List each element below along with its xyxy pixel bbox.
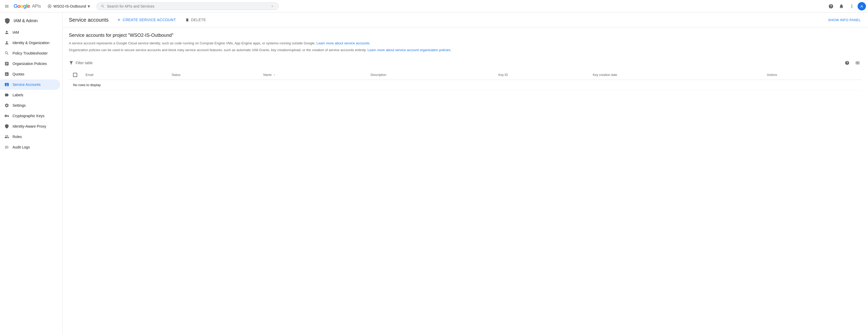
main-layout: IAM & Admin IAM Identity & Organization … — [0, 12, 868, 334]
help-table-button[interactable] — [843, 59, 851, 67]
service-accounts-table: Email Status Name ↑ Description Key ID K… — [69, 70, 862, 90]
learn-more-service-accounts-link[interactable]: Learn more about service accounts. — [316, 41, 370, 45]
sidebar-item-label-audit-logs: Audit Logs — [12, 145, 30, 149]
sidebar-item-label-org-policies: Organization Policies — [12, 62, 47, 66]
page-header: Service accounts CREATE SERVICE ACCOUNT … — [63, 12, 868, 27]
sidebar-item-settings[interactable]: Settings — [0, 100, 60, 111]
table-toolbar: Filter table — [69, 57, 862, 69]
create-button-label: CREATE SERVICE ACCOUNT — [123, 18, 176, 22]
select-all-header — [69, 70, 82, 80]
search-input[interactable] — [107, 4, 268, 8]
delete-button-label: DELETE — [191, 18, 206, 22]
chevron-down-icon: ▾ — [88, 3, 90, 9]
project-name: WSO2-IS-Outbound — [54, 4, 86, 8]
apis-label: APIs — [32, 4, 41, 9]
notifications-button[interactable] — [837, 2, 846, 11]
description-1: A service account represents a Google Cl… — [69, 41, 862, 46]
column-display-button[interactable] — [854, 59, 862, 67]
filter-label: Filter table — [75, 61, 841, 65]
sidebar-item-labels[interactable]: Labels — [0, 90, 60, 100]
sidebar: IAM & Admin IAM Identity & Organization … — [0, 12, 63, 334]
google-apis-logo: Google APIs — [13, 3, 41, 9]
search-icon — [101, 4, 105, 8]
delete-button[interactable]: DELETE — [182, 16, 209, 24]
page-body: Service accounts for project "WSO2-IS-Ou… — [63, 27, 868, 95]
sidebar-item-label-identity-org: Identity & Organization — [12, 41, 50, 45]
add-icon — [117, 18, 121, 22]
learn-more-org-policies-link[interactable]: Learn more about service account organiz… — [368, 48, 452, 52]
project-selector[interactable]: WSO2-IS-Outbound ▾ — [45, 2, 92, 10]
cryptographic-keys-icon — [4, 113, 9, 118]
no-rows-message: No rows to display — [69, 80, 862, 90]
more-options-button[interactable] — [847, 2, 857, 11]
shield-icon — [4, 18, 10, 24]
sidebar-item-policy-troubleshooter[interactable]: Policy Troubleshooter — [0, 48, 60, 58]
settings-icon — [4, 103, 9, 108]
header-actions: CREATE SERVICE ACCOUNT DELETE — [113, 16, 209, 24]
roles-icon — [4, 134, 9, 139]
quotas-icon — [4, 71, 9, 77]
description-2: Organization policies can be used to sec… — [69, 48, 862, 53]
top-navigation: Google APIs WSO2-IS-Outbound ▾ A — [0, 0, 868, 12]
sidebar-item-label-labels: Labels — [12, 93, 23, 97]
sidebar-item-identity-org[interactable]: Identity & Organization — [0, 37, 60, 48]
policy-troubleshooter-icon — [4, 51, 9, 56]
sidebar-item-label-identity-aware-proxy: Identity-Aware Proxy — [12, 124, 46, 128]
sidebar-item-audit-logs[interactable]: Audit Logs — [0, 142, 60, 152]
sidebar-item-quotas[interactable]: Quotas — [0, 69, 60, 79]
table-header: Email Status Name ↑ Description Key ID K… — [69, 70, 862, 80]
table-empty-row: No rows to display — [69, 80, 862, 90]
sidebar-item-label-iam: IAM — [12, 30, 19, 34]
section-title: Service accounts for project "WSO2-IS-Ou… — [69, 33, 862, 38]
sidebar-header: IAM & Admin — [0, 14, 62, 27]
create-service-account-button[interactable]: CREATE SERVICE ACCOUNT — [113, 16, 180, 24]
identity-org-icon — [4, 40, 9, 45]
sidebar-title: IAM & Admin — [13, 19, 37, 23]
content-area: Service accounts CREATE SERVICE ACCOUNT … — [63, 12, 868, 334]
search-dropdown-icon[interactable] — [270, 4, 274, 8]
email-column-header[interactable]: Email — [82, 70, 167, 80]
sidebar-item-roles[interactable]: Roles — [0, 131, 60, 142]
name-column-header[interactable]: Name ↑ — [259, 70, 367, 80]
sidebar-item-label-service-accounts: Service Accounts — [12, 83, 40, 87]
help-button[interactable] — [826, 2, 836, 11]
nav-right-icons: A — [826, 2, 866, 11]
table-body: No rows to display — [69, 80, 862, 90]
sidebar-item-label-policy-troubleshooter: Policy Troubleshooter — [12, 51, 48, 55]
org-policies-icon — [4, 61, 9, 66]
delete-icon — [185, 18, 189, 22]
show-info-panel-button[interactable]: SHOW INFO PANEL — [827, 16, 862, 24]
sidebar-item-label-cryptographic-keys: Cryptographic Keys — [12, 114, 44, 118]
toolbar-right — [843, 59, 862, 67]
sort-arrow-name: ↑ — [274, 73, 275, 77]
status-column-header[interactable]: Status — [167, 70, 259, 80]
svg-point-1 — [49, 5, 50, 7]
search-bar — [96, 2, 279, 10]
identity-aware-proxy-icon — [4, 124, 9, 129]
avatar[interactable]: A — [858, 2, 866, 10]
select-all-checkbox[interactable] — [73, 73, 77, 77]
sidebar-item-label-roles: Roles — [12, 134, 22, 139]
sidebar-item-service-accounts[interactable]: Service Accounts — [0, 79, 60, 90]
sidebar-item-label-quotas: Quotas — [12, 72, 24, 76]
filter-icon — [69, 61, 73, 65]
sidebar-item-cryptographic-keys[interactable]: Cryptographic Keys — [0, 111, 60, 121]
sidebar-item-org-policies[interactable]: Organization Policies — [0, 58, 60, 69]
service-accounts-icon — [4, 82, 9, 87]
sidebar-item-identity-aware-proxy[interactable]: Identity-Aware Proxy — [0, 121, 60, 131]
iam-icon — [4, 30, 9, 35]
labels-icon — [4, 92, 9, 98]
sidebar-item-iam[interactable]: IAM — [0, 27, 60, 37]
menu-button[interactable] — [2, 2, 11, 11]
key-id-column-header[interactable]: Key ID — [494, 70, 589, 80]
audit-logs-icon — [4, 145, 9, 150]
actions-column-header: Actions — [763, 70, 862, 80]
key-creation-date-column-header[interactable]: Key creation date — [589, 70, 763, 80]
sidebar-item-label-settings: Settings — [12, 103, 26, 108]
description-column-header[interactable]: Description — [367, 70, 494, 80]
page-title: Service accounts — [69, 17, 108, 23]
